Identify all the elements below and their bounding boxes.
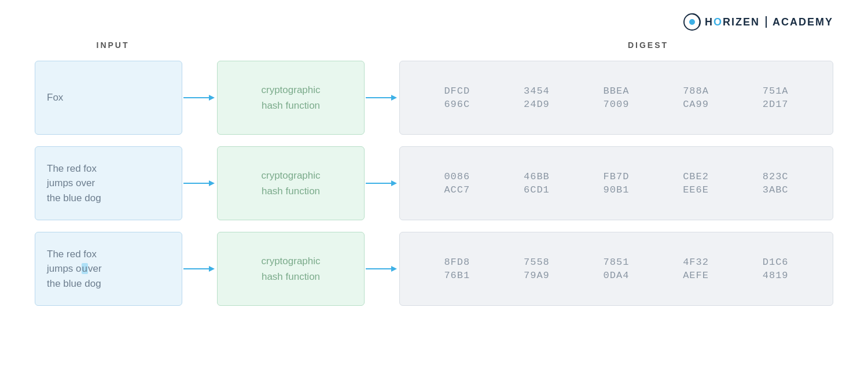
digest-col-3-2: 7558 79A9 xyxy=(524,257,550,281)
logo-academy: ACADEMY xyxy=(773,16,833,28)
input-header: INPUT xyxy=(35,40,191,50)
input-text-3: The red foxjumps ouverthe blue dog xyxy=(47,247,102,291)
digest-val-1-1-bot: 696C xyxy=(444,99,470,110)
row-3: The red foxjumps ouverthe blue dog crypt… xyxy=(35,231,833,306)
hash-box-2: cryptographichash function xyxy=(217,146,365,220)
digest-val-2-5-bot: 3ABC xyxy=(763,184,789,195)
arrow2-3 xyxy=(365,263,399,275)
logo-divider xyxy=(766,16,767,28)
digest-val-1-3-top: BBEA xyxy=(604,86,630,97)
digest-val-2-1-bot: ACC7 xyxy=(444,184,470,195)
digest-col-2-4: CBE2 EE6E xyxy=(683,171,709,195)
digest-val-3-3-bot: 0DA4 xyxy=(604,270,630,281)
svg-marker-7 xyxy=(209,180,215,186)
arrow2-icon-1 xyxy=(365,92,397,103)
digest-val-2-2-bot: 6CD1 xyxy=(524,184,550,195)
digest-val-1-4-bot: CA99 xyxy=(683,99,709,110)
digest-val-3-4-bot: AEFE xyxy=(683,270,709,281)
digest-col-1-5: 751A 2D17 xyxy=(763,86,789,110)
digest-col-1-2: 3454 24D9 xyxy=(524,86,550,110)
arrow-icon-2 xyxy=(182,177,215,189)
digest-val-2-3-bot: 90B1 xyxy=(604,184,630,195)
digest-col-1-3: BBEA 7009 xyxy=(604,86,630,110)
digest-val-2-4-bot: EE6E xyxy=(683,184,709,195)
digest-val-3-4-top: 4F32 xyxy=(683,257,709,268)
digest-box-1: DFCD 696C 3454 24D9 BBEA 7009 788A CA99 … xyxy=(399,61,833,135)
svg-marker-5 xyxy=(391,95,397,101)
arrow-icon-3 xyxy=(182,263,215,275)
hash-text-2: cryptographichash function xyxy=(261,168,320,199)
digest-val-3-5-bot: 4819 xyxy=(763,270,789,281)
digest-val-2-1-top: 0086 xyxy=(444,171,470,182)
input-box-3: The red foxjumps ouverthe blue dog xyxy=(35,232,182,306)
digest-val-3-1-top: 8FD8 xyxy=(444,257,470,268)
svg-marker-11 xyxy=(209,266,215,272)
svg-point-1 xyxy=(689,19,695,25)
digest-val-2-3-top: FB7D xyxy=(604,171,630,182)
digest-header: DIGEST xyxy=(463,40,833,50)
arrow-icon-1 xyxy=(182,92,215,103)
arrow2-1 xyxy=(365,92,399,103)
digest-val-2-5-top: 823C xyxy=(763,171,789,182)
input-box-2: The red foxjumps overthe blue dog xyxy=(35,146,182,220)
digest-val-2-2-top: 46BB xyxy=(524,171,550,182)
column-headers: INPUT DIGEST xyxy=(35,40,833,50)
digest-col-3-4: 4F32 AEFE xyxy=(683,257,709,281)
digest-val-1-1-top: DFCD xyxy=(444,86,470,97)
hash-text-1: cryptographichash function xyxy=(261,82,320,113)
digest-col-1-1: DFCD 696C xyxy=(444,86,470,110)
input-box-1: Fox xyxy=(35,61,182,135)
diagram: Fox cryptographichash function DFCD xyxy=(35,60,833,306)
digest-col-2-1: 0086 ACC7 xyxy=(444,171,470,195)
highlight-ou: u xyxy=(82,263,88,274)
digest-col-3-1: 8FD8 76B1 xyxy=(444,257,470,281)
hash-box-1: cryptographichash function xyxy=(217,61,365,135)
digest-box-2: 0086 ACC7 46BB 6CD1 FB7D 90B1 CBE2 EE6E … xyxy=(399,146,833,220)
input-text-2: The red foxjumps overthe blue dog xyxy=(47,161,101,206)
digest-col-3-3: 7851 0DA4 xyxy=(604,257,630,281)
logo-text: HORIZEN xyxy=(705,16,760,28)
digest-val-1-2-bot: 24D9 xyxy=(524,99,550,110)
digest-col-3-5: D1C6 4819 xyxy=(763,257,789,281)
digest-val-1-4-top: 788A xyxy=(683,86,709,97)
hash-text-3: cryptographichash function xyxy=(261,253,320,284)
digest-val-1-2-top: 3454 xyxy=(524,86,550,97)
digest-val-3-5-top: D1C6 xyxy=(763,257,789,268)
digest-val-3-1-bot: 76B1 xyxy=(444,270,470,281)
page: HORIZEN ACADEMY INPUT DIGEST Fox cryptog… xyxy=(0,0,868,381)
logo-icon xyxy=(683,13,701,31)
svg-marker-3 xyxy=(209,95,215,101)
logo: HORIZEN ACADEMY xyxy=(683,13,833,31)
digest-val-3-3-top: 7851 xyxy=(604,257,630,268)
row-1: Fox cryptographichash function DFCD xyxy=(35,60,833,135)
digest-box-3: 8FD8 76B1 7558 79A9 7851 0DA4 4F32 AEFE … xyxy=(399,232,833,306)
digest-col-2-5: 823C 3ABC xyxy=(763,171,789,195)
svg-marker-9 xyxy=(391,180,397,186)
arrow2-icon-2 xyxy=(365,177,397,189)
digest-col-2-3: FB7D 90B1 xyxy=(604,171,630,195)
row-2: The red foxjumps overthe blue dog crypto… xyxy=(35,146,833,221)
digest-val-2-4-top: CBE2 xyxy=(683,171,709,182)
digest-col-2-2: 46BB 6CD1 xyxy=(524,171,550,195)
digest-val-1-3-bot: 7009 xyxy=(604,99,630,110)
digest-val-1-5-bot: 2D17 xyxy=(763,99,789,110)
hash-box-3: cryptographichash function xyxy=(217,232,365,306)
digest-val-3-2-top: 7558 xyxy=(524,257,550,268)
digest-col-1-4: 788A CA99 xyxy=(683,86,709,110)
digest-val-3-2-bot: 79A9 xyxy=(524,270,550,281)
input-text-1: Fox xyxy=(47,90,63,105)
svg-marker-13 xyxy=(391,266,397,272)
arrow-2 xyxy=(182,177,217,189)
arrow-3 xyxy=(182,263,217,275)
arrow2-icon-3 xyxy=(365,263,397,275)
digest-val-1-5-top: 751A xyxy=(763,86,789,97)
arrow-1 xyxy=(182,92,217,103)
arrow2-2 xyxy=(365,177,399,189)
